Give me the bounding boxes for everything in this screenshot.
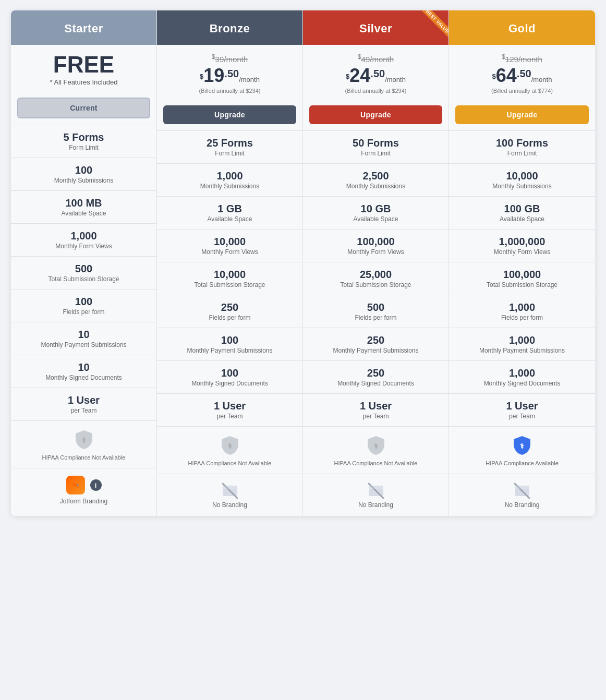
feature-label-gold-8: per Team [457,413,587,420]
feature-label-starter-3: Monthly Form Views [19,243,148,250]
branding-section-bronze: No Branding [157,474,302,516]
feature-label-bronze-2: Available Space [165,215,294,223]
hipaa-icon-starter: ⚕ [72,428,95,451]
feature-value-gold-3: 1,000,000 [457,236,587,248]
branding-icons-jotform: i [66,476,102,494]
plan-header-silver: SilverBest Value [303,10,449,45]
svg-text:⚕: ⚕ [520,442,524,450]
feature-row-gold-0: 100 FormsForm Limit [449,130,595,163]
hipaa-section-gold: ⚕ HIPAA Compliance Available [449,426,595,474]
feature-value-bronze-1: 1,000 [165,170,294,182]
feature-label-silver-2: Available Space [311,215,440,223]
feature-label-silver-5: Fields per form [311,314,440,321]
feature-row-starter-3: 1,000Monthly Form Views [11,223,156,256]
feature-value-silver-6: 250 [311,334,440,346]
hipaa-icon-gold: ⚕ [511,434,534,457]
feature-value-bronze-2: 1 GB [165,203,294,215]
feature-value-starter-1: 100 [19,164,148,176]
feature-row-silver-0: 50 FormsForm Limit [303,130,449,163]
feature-row-bronze-0: 25 FormsForm Limit [157,130,302,163]
feature-label-silver-3: Monthly Form Views [311,248,440,256]
no-branding-icon-silver [367,481,385,500]
feature-value-gold-6: 1,000 [457,334,587,346]
feature-row-starter-8: 1 Userper Team [11,388,156,420]
feature-label-silver-1: Monthly Submissions [311,183,440,190]
silver-button[interactable]: Upgrade [309,105,442,124]
feature-row-gold-6: 1,000Monthly Payment Submissions [449,328,595,360]
feature-value-starter-7: 10 [19,361,148,373]
branding-section-gold: No Branding [449,474,595,516]
feature-row-bronze-6: 100Monthly Payment Submissions [157,328,302,360]
plan-header-bronze: Bronze [157,10,302,45]
original-price-gold: $129/month [457,53,587,64]
feature-row-starter-5: 100Fields per form [11,289,156,322]
feature-value-starter-2: 100 MB [19,197,148,209]
feature-value-starter-5: 100 [19,296,148,308]
feature-label-starter-4: Total Submission Storage [19,275,148,283]
feature-row-starter-7: 10Monthly Signed Documents [11,355,156,388]
feature-label-gold-7: Monthly Signed Documents [457,380,587,387]
starter-button[interactable]: Current [17,98,150,118]
feature-row-bronze-5: 250Fields per form [157,295,302,328]
hipaa-label-silver: HIPAA Compliance Not Available [311,460,440,466]
feature-row-bronze-1: 1,000Monthly Submissions [157,163,302,196]
feature-label-bronze-4: Total Submission Storage [165,281,294,288]
bronze-button[interactable]: Upgrade [163,105,296,124]
feature-value-bronze-5: 250 [165,301,294,313]
current-price-gold: $64.50/month [457,65,587,87]
no-branding-icon-bronze [221,481,239,500]
price-section-gold: $129/month$64.50/month(Billed annually a… [449,45,595,105]
feature-value-silver-5: 500 [311,301,440,313]
branding-label-starter: Jotform Branding [60,498,107,505]
gold-button[interactable]: Upgrade [455,105,589,124]
feature-label-bronze-8: per Team [165,413,294,420]
feature-row-gold-4: 100,000Total Submission Storage [449,262,595,295]
branding-label-silver: No Branding [358,501,393,509]
feature-label-starter-8: per Team [19,407,148,414]
feature-value-silver-3: 100,000 [311,236,440,248]
feature-label-gold-1: Monthly Submissions [457,183,587,190]
feature-row-bronze-3: 10,000Monthly Form Views [157,229,302,262]
feature-row-starter-0: 5 FormsForm Limit [11,125,156,158]
feature-value-bronze-6: 100 [165,334,294,346]
hipaa-label-gold: HIPAA Compliance Available [457,460,587,466]
svg-text:⚕: ⚕ [82,436,86,444]
svg-text:⚕: ⚕ [374,442,378,450]
feature-row-gold-3: 1,000,000Monthly Form Views [449,229,595,262]
no-branding-icon-gold [513,481,531,500]
feature-row-starter-4: 500Total Submission Storage [11,256,156,289]
feature-value-bronze-4: 10,000 [165,269,294,281]
plan-header-starter: Starter [11,10,156,45]
feature-row-bronze-4: 10,000Total Submission Storage [157,262,302,295]
feature-value-starter-6: 10 [19,329,148,341]
svg-rect-10 [369,486,383,489]
feature-row-bronze-2: 1 GBAvailable Space [157,196,302,229]
hipaa-section-silver: ⚕ HIPAA Compliance Not Available [303,426,449,474]
feature-label-silver-8: per Team [311,413,440,420]
feature-row-silver-6: 250Monthly Payment Submissions [303,328,449,360]
svg-rect-14 [515,486,529,489]
feature-value-bronze-0: 25 Forms [165,137,294,149]
current-price-bronze: $19.50/month [165,65,294,87]
feature-row-silver-7: 250Monthly Signed Documents [303,360,449,393]
hipaa-label-bronze: HIPAA Compliance Not Available [165,460,294,466]
branding-label-bronze: No Branding [212,501,247,509]
branding-info-button[interactable]: i [90,479,102,491]
price-section-silver: $49/month$24.50/month(Billed annually at… [303,45,449,105]
feature-label-bronze-0: Form Limit [165,150,294,157]
svg-rect-6 [223,486,237,489]
feature-row-silver-3: 100,000Monthly Form Views [303,229,449,262]
billed-note-silver: (Billed annually at $294) [311,88,440,94]
feature-row-silver-5: 500Fields per form [303,295,449,328]
feature-value-gold-7: 1,000 [457,367,587,379]
feature-value-silver-0: 50 Forms [311,137,440,149]
branding-section-silver: No Branding [303,474,449,516]
original-price-silver: $49/month [311,53,440,64]
feature-value-gold-5: 1,000 [457,301,587,313]
feature-value-starter-4: 500 [19,263,148,275]
jotform-logo-icon [66,476,85,494]
feature-value-gold-4: 100,000 [457,269,587,281]
hipaa-label-starter: HIPAA Compliance Not Available [19,454,148,461]
hipaa-section-starter: ⚕ HIPAA Compliance Not Available [11,420,156,468]
feature-row-gold-7: 1,000Monthly Signed Documents [449,360,595,393]
